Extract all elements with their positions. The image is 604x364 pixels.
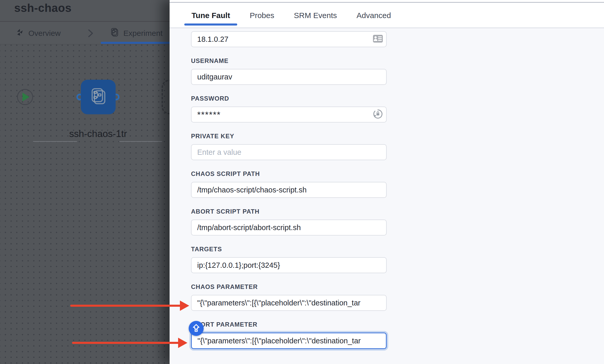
password-input[interactable]	[191, 107, 387, 123]
tab-tune-fault-label: Tune Fault	[192, 11, 230, 20]
ssh-chaos-fault-node[interactable]	[81, 80, 116, 114]
edge-node-to-next	[119, 141, 162, 142]
password-label: PASSWORD	[191, 95, 387, 102]
abort-parameter-field-wrap	[191, 333, 387, 349]
tab-advanced-label: Advanced	[356, 11, 391, 20]
fault-node-label: ssh-chaos-1tr	[59, 128, 137, 139]
abort-parameter-label: ABORT PARAMETER	[191, 321, 387, 328]
tab-srm-events-label: SRM Events	[294, 11, 337, 20]
tune-fault-form: USERNAME PASSWORD PRIVATE KEY	[170, 28, 604, 364]
host-input[interactable]	[191, 31, 387, 47]
password-rotate-icon[interactable]	[373, 109, 383, 120]
edge-start-to-node	[33, 141, 77, 142]
arrow-shaft	[70, 305, 181, 307]
abort-parameter-input[interactable]	[191, 333, 387, 349]
username-input[interactable]	[191, 69, 387, 85]
chaos-script-path-input[interactable]	[191, 182, 387, 198]
nav-tab-experiment-label: Experiment	[123, 29, 163, 38]
id-card-icon[interactable]	[373, 35, 383, 44]
active-nav-underline	[101, 42, 170, 44]
nav-tab-overview[interactable]: Overview	[16, 22, 61, 44]
private-key-input[interactable]	[191, 144, 387, 160]
chaos-script-path-label: CHAOS SCRIPT PATH	[191, 171, 387, 177]
private-key-field-wrap	[191, 144, 387, 160]
targets-label: TARGETS	[191, 246, 387, 253]
screenshot-root: ssh-chaos Overview	[0, 0, 604, 364]
password-field-wrap	[191, 107, 387, 123]
drawer-tab-bar: Tune Fault Probes SRM Events Advanced	[191, 3, 392, 28]
tab-advanced[interactable]: Advanced	[356, 11, 391, 20]
chaos-parameter-input[interactable]	[191, 295, 387, 311]
scroll-top-fab-button[interactable]	[189, 321, 204, 336]
experiment-builder-icon	[110, 28, 119, 38]
active-tab-underline	[184, 23, 237, 26]
fault-node-icon	[89, 87, 108, 107]
tune-fault-drawer: Tune Fault Probes SRM Events Advanced	[170, 0, 604, 364]
tab-tune-fault[interactable]: Tune Fault	[191, 11, 231, 20]
host-field-wrap	[191, 31, 387, 47]
abort-script-path-input[interactable]	[191, 220, 387, 236]
pipeline-start-node[interactable]	[17, 89, 33, 105]
arrow-head	[178, 338, 187, 348]
chaos-script-path-field-wrap	[191, 182, 387, 198]
breadcrumb-chevron-icon	[87, 28, 94, 39]
username-field-wrap	[191, 69, 387, 85]
nav-tab-overview-label: Overview	[28, 29, 61, 38]
arrow-head	[180, 301, 189, 311]
caps-arrow-icon	[191, 323, 201, 334]
overview-pinwheel-icon	[16, 28, 24, 38]
page-title: ssh-chaos	[14, 2, 71, 14]
targets-field-wrap	[191, 257, 387, 273]
abort-script-path-label: ABORT SCRIPT PATH	[191, 208, 387, 215]
nav-tab-experiment[interactable]: Experiment	[110, 22, 163, 44]
targets-input[interactable]	[191, 257, 387, 273]
tab-probes[interactable]: Probes	[249, 11, 275, 20]
chaos-parameter-label: CHAOS PARAMETER	[191, 284, 387, 290]
tab-probes-label: Probes	[250, 11, 274, 20]
play-icon	[22, 93, 29, 101]
arrow-shaft	[72, 342, 179, 344]
private-key-label: PRIVATE KEY	[191, 133, 387, 140]
chaos-parameter-field-wrap	[191, 295, 387, 311]
username-label: USERNAME	[191, 58, 387, 64]
tab-srm-events[interactable]: SRM Events	[293, 11, 338, 20]
abort-script-path-field-wrap	[191, 220, 387, 236]
